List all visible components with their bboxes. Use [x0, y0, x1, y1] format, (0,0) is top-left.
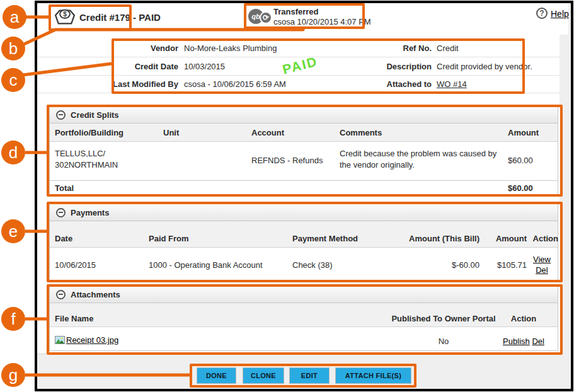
done-button[interactable]: DONE: [197, 367, 236, 384]
attached-to-label: Attached to: [340, 76, 432, 93]
account-cell: REFNDS - Refunds: [251, 156, 323, 165]
annotation-marker-g: g: [1, 363, 25, 387]
image-file-icon: [55, 336, 65, 344]
portfolio-line2: 302NORTHMAIN: [55, 159, 118, 171]
annotation-letter: g: [9, 366, 18, 385]
total-label: Total: [55, 183, 74, 193]
total-amount: $60.00: [508, 183, 533, 193]
credit-splits-header: Credit Splits: [50, 107, 558, 124]
collapse-icon[interactable]: [56, 208, 66, 217]
col-comments: Comments: [340, 128, 382, 137]
payments-header: Payments: [50, 204, 558, 221]
annotation-marker-f: f: [1, 307, 25, 331]
credit-money-icon: $: [53, 8, 77, 26]
publish-link[interactable]: Publish: [503, 337, 530, 346]
annotation-letter: a: [10, 8, 19, 27]
credit-date-value: 10/03/2015: [184, 57, 225, 76]
description-label: Description: [340, 57, 432, 76]
info-row-1: Vendor No-More-Leaks Plumbing Ref No. Cr…: [37, 39, 560, 57]
col-date: Date: [55, 234, 72, 243]
vendor-label: Vendor: [57, 39, 178, 57]
last-modified-value: csosa - 10/06/2015 6:59 AM: [184, 76, 286, 93]
description-value: Credit provided by vendor.: [437, 57, 532, 76]
attachments-header: Attachments: [50, 286, 558, 303]
page-title: Credit #179 - PAID: [79, 12, 161, 23]
attachment-file-link[interactable]: Receipt 03.jpg: [66, 335, 118, 345]
portfolio-line1: TELLUS,LLC/: [55, 148, 118, 159]
col-unit: Unit: [163, 128, 179, 137]
credit-date-label: Credit Date: [57, 57, 178, 76]
annotation-marker-d: d: [1, 141, 25, 164]
annotation-letter: b: [9, 39, 18, 59]
dollar-glyph: $: [63, 11, 67, 18]
annotation-marker-b: b: [1, 37, 25, 61]
transfer-status: Transferred: [273, 7, 371, 17]
collapse-icon[interactable]: [56, 290, 66, 299]
view-link[interactable]: View: [525, 254, 558, 265]
question-glyph: ?: [539, 9, 544, 18]
amount-this-bill-cell: $-60.00: [385, 260, 479, 270]
paid-from-cell: 1000 - Operating Bank Account: [149, 260, 263, 270]
edit-button[interactable]: EDIT: [289, 367, 330, 384]
col-payment-method: Payment Method: [292, 234, 358, 243]
annotation-letter: f: [11, 309, 15, 329]
col-action: Action: [492, 314, 555, 323]
payments-title: Payments: [71, 208, 109, 217]
attachments-panel: Attachments File Name Published To Owner…: [49, 285, 558, 351]
col-amount: Amount: [489, 234, 527, 243]
col-portfolio: Portfolio/Building: [55, 128, 123, 137]
date-cell: 10/06/2015: [55, 260, 96, 270]
annotation-letter: e: [9, 222, 18, 241]
help-link[interactable]: Help: [551, 9, 569, 19]
attachments-title: Attachments: [71, 290, 120, 299]
attached-to-link[interactable]: WO #14: [437, 76, 467, 93]
amount-cell: $105.71: [489, 260, 527, 270]
del-link[interactable]: Del: [525, 265, 558, 275]
col-paid-from: Paid From: [149, 234, 189, 243]
amount-cell: $60.00: [508, 156, 533, 165]
credit-splits-title: Credit Splits: [71, 110, 119, 120]
credit-splits-colhead: [50, 124, 558, 142]
annotation-marker-a: a: [3, 5, 26, 29]
last-modified-label: Last Modified By: [57, 76, 178, 93]
attachment-del-link[interactable]: Del: [532, 337, 544, 346]
comments-cell: Credit because the problem was caused by…: [340, 148, 505, 171]
info-row-3: Last Modified By csosa - 10/06/2015 6:59…: [37, 76, 560, 93]
col-amount-this-bill: Amount (This Bill): [385, 234, 479, 243]
screenshot-root: $ Credit #179 - PAID qb ⟳ Transferred cs…: [0, 0, 574, 392]
attach-files-button[interactable]: ATTACH FILE(S): [335, 367, 411, 384]
annotation-marker-e: e: [1, 219, 25, 243]
payment-method-cell: Check (38): [292, 260, 333, 270]
refno-label: Ref No.: [340, 39, 432, 57]
refno-value: Credit: [437, 39, 459, 57]
qb-glyph: qb: [251, 13, 260, 20]
sync-glyph: ⟳: [263, 13, 269, 22]
vendor-value: No-More-Leaks Plumbing: [184, 39, 277, 57]
transfer-meta: csosa 10/20/2015 4:07 PM: [273, 17, 371, 27]
credit-splits-total-row: Total $60.00: [50, 180, 558, 195]
help-icon[interactable]: ?: [536, 8, 548, 19]
payments-panel: Payments Date Paid From Payment Method A…: [49, 204, 558, 280]
annotation-marker-c: c: [1, 68, 25, 92]
annotation-letter: d: [9, 143, 18, 163]
sync-icon: ⟳: [260, 11, 272, 24]
col-action: Action: [527, 234, 558, 243]
clone-button[interactable]: CLONE: [243, 367, 284, 384]
annotation-letter: c: [9, 71, 18, 90]
col-amount: Amount: [508, 128, 539, 137]
col-account: Account: [251, 128, 284, 137]
credit-splits-panel: Credit Splits Portfolio/Building Unit Ac…: [49, 106, 558, 195]
col-file-name: File Name: [55, 314, 93, 323]
collapse-icon[interactable]: [56, 110, 66, 120]
